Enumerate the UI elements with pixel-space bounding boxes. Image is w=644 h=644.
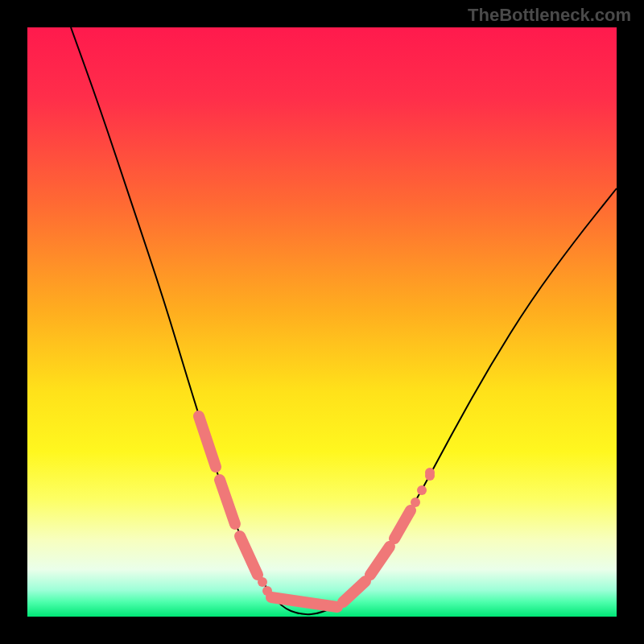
chart-root: TheBottleneck.com — [0, 0, 644, 644]
highlight-dot — [417, 485, 427, 495]
plot-area — [27, 27, 617, 617]
chart-svg — [0, 0, 644, 644]
highlight-dot — [258, 577, 267, 587]
watermark-text: TheBottleneck.com — [468, 5, 631, 26]
highlight-dot — [425, 471, 435, 481]
highlight-dot — [411, 497, 420, 507]
